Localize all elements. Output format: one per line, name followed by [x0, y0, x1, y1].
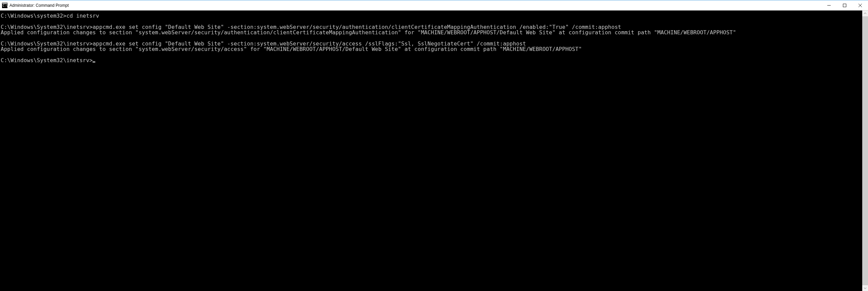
minimize-button[interactable] [821, 0, 837, 10]
scroll-down-button[interactable] [862, 285, 868, 291]
console-prompt: C:\Windows\system32> [1, 13, 66, 19]
scroll-thumb[interactable] [862, 16, 868, 285]
console-output-line: Applied configuration changes to section… [1, 47, 862, 52]
console-input: cd inetsrv [66, 13, 99, 19]
svg-rect-3 [827, 5, 831, 5]
console-prompt: C:\Windows\System32\inetsrv> [1, 58, 93, 63]
console-active-prompt[interactable]: C:\Windows\System32\inetsrv> [1, 58, 862, 63]
console-command-line: C:\Windows\system32>cd inetsrv [1, 13, 862, 19]
titlebar-left: C:\ Administrator: Command Prompt [0, 3, 69, 8]
chevron-up-icon [864, 12, 867, 15]
console-cursor [93, 61, 95, 62]
client-area: C:\Windows\system32>cd inetsrv C:\Window… [0, 11, 868, 291]
window-controls [821, 0, 868, 10]
svg-text:C:\: C:\ [3, 4, 7, 7]
close-button[interactable] [852, 0, 868, 10]
console-output[interactable]: C:\Windows\system32>cd inetsrv C:\Window… [0, 11, 862, 291]
minimize-icon [827, 4, 831, 7]
scroll-track[interactable] [862, 16, 868, 285]
scroll-up-button[interactable] [862, 11, 868, 16]
command-prompt-icon: C:\ [2, 3, 7, 8]
console-output-line: Applied configuration changes to section… [1, 30, 862, 35]
window-titlebar: C:\ Administrator: Command Prompt [0, 0, 868, 11]
window-title: Administrator: Command Prompt [9, 3, 69, 8]
console-blank-line [1, 52, 862, 58]
svg-rect-4 [843, 4, 846, 7]
maximize-button[interactable] [837, 0, 852, 10]
svg-rect-1 [2, 3, 7, 4]
vertical-scrollbar[interactable] [862, 11, 868, 291]
close-icon [859, 4, 862, 7]
chevron-down-icon [864, 287, 867, 290]
maximize-icon [843, 4, 846, 7]
